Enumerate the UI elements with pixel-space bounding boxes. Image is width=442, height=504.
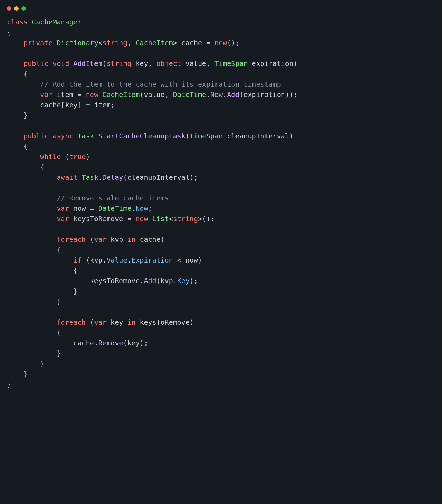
token-pun: ( — [185, 132, 190, 140]
token-ident: item — [57, 90, 78, 99]
token-pun: ( — [82, 256, 90, 264]
token-kw: while — [40, 152, 61, 161]
code-line: var now = DateTime.Now; — [7, 203, 435, 214]
token-pun: . — [94, 339, 98, 347]
token-prop: Now — [210, 90, 223, 99]
code-line: private Dictionary<string, CacheItem> ca… — [7, 38, 435, 48]
token-pun — [7, 318, 57, 326]
token-pun: . — [98, 173, 102, 181]
token-pun: ) — [289, 132, 293, 140]
code-line: cache.Remove(key); — [7, 338, 435, 348]
token-pun: , — [127, 39, 135, 47]
token-ident: value — [144, 90, 164, 99]
token-pun: . — [206, 90, 210, 99]
token-fn: AddItem — [73, 59, 102, 68]
token-pun — [181, 59, 185, 68]
token-fn: StartCacheCleanupTask — [98, 132, 185, 140]
token-cls: TimeSpan — [214, 59, 248, 68]
token-kw: new — [86, 90, 98, 99]
token-pun: ; — [148, 204, 152, 213]
token-pun — [98, 90, 102, 99]
token-ident: cache — [40, 101, 61, 109]
token-pun: . — [223, 90, 227, 99]
minimize-icon[interactable] — [14, 6, 19, 11]
code-line: var keysToRemove = new List<string>(); — [7, 214, 435, 224]
code-line: keysToRemove.Add(kvp.Key); — [7, 276, 435, 286]
token-fn: Add — [144, 277, 156, 285]
token-pun: ] = — [78, 101, 94, 109]
token-kw: true — [69, 152, 86, 161]
token-pun: } — [7, 380, 11, 388]
code-line: { — [7, 69, 435, 79]
token-pun: ( — [61, 152, 69, 161]
token-ident: keysToRemove — [73, 215, 128, 223]
token-prop: Now — [135, 204, 148, 213]
token-pun — [148, 215, 152, 223]
token-pun: = — [78, 90, 86, 99]
token-ident: cleanupInterval — [227, 132, 289, 140]
token-pun — [69, 215, 73, 223]
token-ident: now — [185, 256, 198, 264]
token-pun: ( — [123, 173, 127, 181]
token-pun: } — [7, 287, 78, 295]
token-pun: ) — [190, 318, 194, 326]
token-pun — [135, 318, 140, 326]
token-kw: class — [7, 18, 28, 26]
token-pun: } — [7, 349, 61, 357]
token-pun: > — [173, 39, 181, 47]
token-pun — [52, 90, 57, 99]
token-ident: key — [111, 318, 127, 326]
token-ident: item — [94, 101, 111, 109]
token-kw: new — [214, 39, 227, 47]
token-pun — [7, 101, 40, 109]
token-pun — [7, 39, 23, 47]
token-pun — [7, 256, 73, 264]
token-cls: Task — [82, 173, 98, 181]
code-line: await Task.Delay(cleanupInterval); — [7, 172, 435, 182]
token-kw: if — [73, 256, 82, 264]
token-ident: kvp — [161, 277, 173, 285]
code-block: class CacheManager{ private Dictionary<s… — [7, 17, 435, 389]
token-pun: (); — [227, 39, 239, 47]
token-kw: string — [173, 215, 198, 223]
code-line: { — [7, 27, 435, 38]
maximize-icon[interactable] — [21, 6, 26, 11]
token-kw: var — [57, 215, 69, 223]
token-kw: new — [135, 215, 148, 223]
token-kw: void — [52, 59, 69, 68]
code-line: } — [7, 379, 435, 389]
token-ident: kvp — [90, 256, 102, 264]
token-kw: foreach — [57, 318, 86, 326]
code-line: foreach (var kvp in cache) — [7, 234, 435, 245]
token-pun — [7, 204, 57, 213]
token-fn: Remove — [98, 339, 123, 347]
code-line: } — [7, 286, 435, 296]
token-kw: var — [94, 235, 107, 244]
token-pun: ) — [198, 256, 202, 264]
token-kw: await — [57, 173, 78, 181]
code-line: } — [7, 296, 435, 307]
code-line — [7, 224, 435, 234]
token-pun: ); — [190, 277, 198, 285]
token-pun: < — [98, 39, 102, 47]
code-line: // Add the item to the cache with its ex… — [7, 79, 435, 89]
token-pun — [107, 235, 111, 244]
token-pun: , — [148, 59, 156, 68]
code-line: { — [7, 327, 435, 338]
code-line: // Remove stale cache items — [7, 193, 435, 203]
close-icon[interactable] — [7, 6, 11, 11]
token-pun: ) — [86, 152, 90, 161]
token-ident: keysToRemove — [90, 277, 140, 285]
token-pun: < — [173, 256, 185, 264]
token-pun: ( — [123, 339, 127, 347]
token-pun: } — [7, 359, 44, 368]
token-pun: ( — [140, 90, 144, 99]
token-kw: var — [57, 204, 69, 213]
code-line — [7, 48, 435, 58]
token-pun: ; — [111, 101, 115, 109]
token-ident: keysToRemove — [140, 318, 190, 326]
token-fn: Add — [227, 90, 239, 99]
token-pun: . — [140, 277, 144, 285]
token-cls: Task — [78, 132, 94, 140]
code-line: } — [7, 110, 435, 120]
